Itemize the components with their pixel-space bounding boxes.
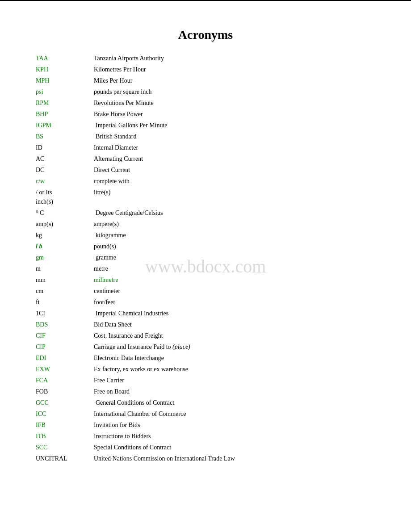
acronym-definition: British Standard <box>94 131 375 142</box>
acronym-abbr: gm <box>36 252 94 263</box>
acronym-definition: Carriage and Insurance Paid to (place) <box>94 341 375 352</box>
acronym-definition: Kilometres Per Hour <box>94 64 375 75</box>
acronym-row: ACAlternating Current <box>36 153 375 164</box>
acronym-row: CIFCost, Insurance and Freight <box>36 330 375 341</box>
acronym-abbr: DC <box>36 164 94 176</box>
acronym-definition: Cost, Insurance and Freight <box>94 330 375 341</box>
page-title: Acronyms <box>36 28 375 42</box>
acronym-definition: General Conditions of Contract <box>94 397 375 408</box>
acronym-definition: milimetre <box>94 274 375 285</box>
acronym-row: MPHMiles Per Hour <box>36 75 375 86</box>
acronym-abbr: EXW <box>36 364 94 375</box>
acronym-row: SCCSpecial Conditions of Contract <box>36 442 375 453</box>
acronym-abbr: cm <box>36 285 94 297</box>
acronym-row: BDSBid Data Sheet <box>36 319 375 330</box>
acronym-row: IFBInvitation for Bids <box>36 419 375 431</box>
acronym-abbr: SCC <box>36 442 94 453</box>
acronyms-table: TAATanzania Airports AuthorityKPHKilomet… <box>36 53 375 464</box>
acronym-row: mmmilimetre <box>36 274 375 285</box>
acronym-definition: ampere(s) <box>94 218 375 230</box>
acronym-definition: Electronic Data Interchange <box>94 352 375 364</box>
acronym-abbr: BHP <box>36 109 94 120</box>
acronym-abbr: GCC <box>36 397 94 408</box>
acronym-definition: Direct Current <box>94 164 375 176</box>
acronym-row: 1CIImperial Chemical Industries <box>36 308 375 319</box>
acronym-abbr: KPH <box>36 64 94 75</box>
acronym-row: l bpound(s) <box>36 241 375 252</box>
acronym-abbr: mm <box>36 274 94 285</box>
acronym-row: GCCGeneral Conditions of Contract <box>36 397 375 408</box>
top-border <box>0 0 411 1</box>
acronym-row: c/wcomplete with <box>36 176 375 187</box>
acronym-row: EDIElectronic Data Interchange <box>36 352 375 364</box>
acronym-abbr: psi <box>36 86 94 97</box>
acronym-abbr: AC <box>36 153 94 164</box>
acronym-row: IGPMImperial Gallons Per Minute <box>36 120 375 131</box>
acronym-row: BSBritish Standard <box>36 131 375 142</box>
acronym-row: EXWEx factory, ex works or ex warehouse <box>36 364 375 375</box>
acronym-row: DCDirect Current <box>36 164 375 176</box>
acronym-row: cmcentimeter <box>36 285 375 297</box>
acronym-row: ° CDegree Centigrade/Celsius <box>36 207 375 218</box>
acronym-definition: Ex factory, ex works or ex warehouse <box>94 364 375 375</box>
acronym-definition: Free Carrier <box>94 375 375 386</box>
acronym-row: UNCITRALUnited Nations Commission on Int… <box>36 453 375 464</box>
acronym-row: psipounds per square inch <box>36 86 375 97</box>
acronym-definition: complete with <box>94 176 375 187</box>
acronym-definition: Revolutions Per Minute <box>94 97 375 109</box>
acronym-definition: Special Conditions of Contract <box>94 442 375 453</box>
acronym-abbr: CIF <box>36 330 94 341</box>
acronym-definition: Degree Centigrade/Celsius <box>94 207 375 218</box>
acronym-definition: centimeter <box>94 285 375 297</box>
acronym-definition: gramme <box>94 252 375 263</box>
acronym-definition: International Chamber of Commerce <box>94 408 375 419</box>
acronym-abbr: m <box>36 263 94 274</box>
acronym-abbr: BDS <box>36 319 94 330</box>
acronym-definition: metre <box>94 263 375 274</box>
acronym-definition: pounds per square inch <box>94 86 375 97</box>
acronym-definition: pound(s) <box>94 241 375 252</box>
acronym-definition: Alternating Current <box>94 153 375 164</box>
acronym-definition: litre(s) <box>94 187 375 207</box>
acronym-definition: Brake Horse Power <box>94 109 375 120</box>
acronym-row: BHPBrake Horse Power <box>36 109 375 120</box>
acronym-row: ICCInternational Chamber of Commerce <box>36 408 375 419</box>
acronym-row: / or Itsinch(s)litre(s) <box>36 187 375 207</box>
acronym-abbr: FCA <box>36 375 94 386</box>
acronym-row: FCAFree Carrier <box>36 375 375 386</box>
acronym-definition: Tanzania Airports Authority <box>94 53 375 64</box>
acronym-abbr: kg <box>36 230 94 241</box>
acronym-row: IDInternal Diameter <box>36 142 375 153</box>
acronym-definition: Imperial Chemical Industries <box>94 308 375 319</box>
acronym-row: CIPCarriage and Insurance Paid to (place… <box>36 341 375 352</box>
acronym-abbr: ft <box>36 297 94 308</box>
acronym-definition: Imperial Gallons Per Minute <box>94 120 375 131</box>
acronym-abbr: CIP <box>36 341 94 352</box>
acronym-definition: Miles Per Hour <box>94 75 375 86</box>
acronym-definition: kilogramme <box>94 230 375 241</box>
acronym-abbr: l b <box>36 241 94 252</box>
acronym-abbr: ID <box>36 142 94 153</box>
acronym-abbr: / or Itsinch(s) <box>36 187 94 207</box>
page-content: Acronyms TAATanzania Airports AuthorityK… <box>0 28 411 464</box>
acronym-definition: Internal Diameter <box>94 142 375 153</box>
acronym-definition: Bid Data Sheet <box>94 319 375 330</box>
acronym-row: FOBFree on Board <box>36 386 375 397</box>
acronym-abbr: UNCITRAL <box>36 453 94 464</box>
acronym-definition: Invitation for Bids <box>94 419 375 431</box>
acronym-abbr: FOB <box>36 386 94 397</box>
acronym-abbr: amp(s) <box>36 218 94 230</box>
acronym-abbr: RPM <box>36 97 94 109</box>
acronym-abbr: c/w <box>36 176 94 187</box>
acronym-abbr: IGPM <box>36 120 94 131</box>
acronym-row: mmetre <box>36 263 375 274</box>
acronym-row: RPMRevolutions Per Minute <box>36 97 375 109</box>
acronym-definition: Free on Board <box>94 386 375 397</box>
acronym-row: KPHKilometres Per Hour <box>36 64 375 75</box>
acronym-row: kgkilogramme <box>36 230 375 241</box>
acronym-abbr: ICC <box>36 408 94 419</box>
acronym-definition: Instructions to Bidders <box>94 431 375 442</box>
acronym-row: TAATanzania Airports Authority <box>36 53 375 64</box>
acronym-abbr: TAA <box>36 53 94 64</box>
acronym-row: ITBInstructions to Bidders <box>36 431 375 442</box>
